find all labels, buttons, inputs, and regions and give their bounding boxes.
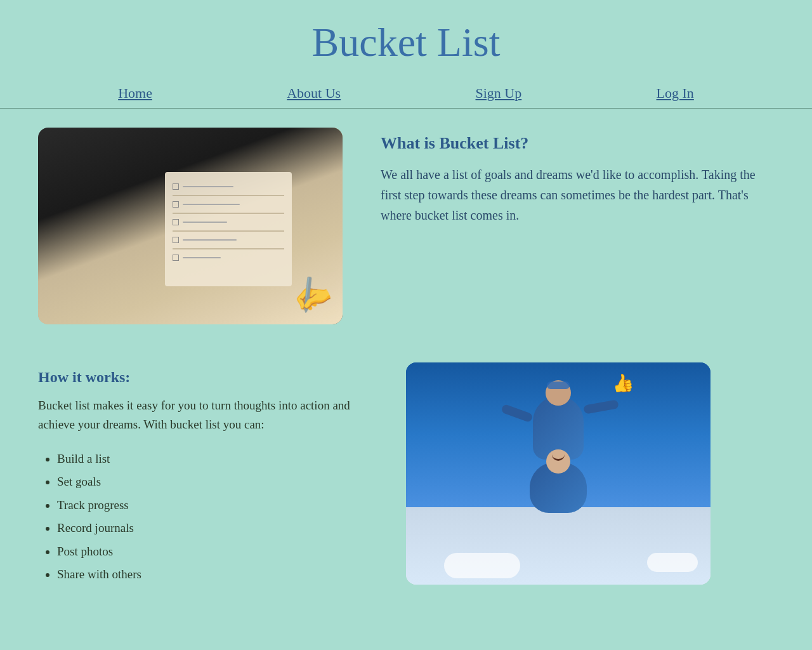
feature-build-list: Build a list	[57, 450, 368, 468]
skydiver-front-head	[546, 449, 570, 474]
sky-ground	[406, 507, 710, 585]
main-nav: Home About Us Sign Up Log In	[0, 79, 812, 109]
how-it-works-section: How it works: Bucket list makes it easy …	[38, 362, 368, 589]
top-section: ✍️ What is Bucket List? We all have a li…	[38, 128, 774, 324]
skydivers-group: 👍	[530, 396, 587, 513]
skydiving-image: 👍	[406, 362, 710, 585]
what-is-heading: What is Bucket List?	[381, 134, 774, 153]
smile-icon	[552, 454, 565, 461]
bottom-section: How it works: Bucket list makes it easy …	[38, 362, 774, 589]
how-it-works-heading: How it works:	[38, 369, 368, 386]
skydiving-image-container: 👍	[406, 362, 774, 585]
nav-about[interactable]: About Us	[287, 85, 341, 102]
feature-post-photos: Post photos	[57, 543, 368, 561]
notebook-image-container: ✍️	[38, 128, 343, 324]
skydiver-back-head	[546, 380, 571, 406]
hand-pen-icon: ✍️	[285, 269, 336, 319]
thumbs-up-icon: 👍	[610, 371, 635, 395]
feature-list: Build a list Set goals Track progress Re…	[38, 450, 368, 584]
skydiver-goggles	[547, 381, 570, 389]
feature-record-journals: Record journals	[57, 519, 368, 538]
how-it-works-intro: Bucket list makes it easy for you to tur…	[38, 396, 368, 435]
cloud-1	[444, 553, 520, 578]
feature-set-goals: Set goals	[57, 473, 368, 491]
nav-login[interactable]: Log In	[657, 85, 694, 102]
notebook-overlay	[165, 172, 292, 286]
nav-home[interactable]: Home	[118, 85, 152, 102]
what-is-section: What is Bucket List? We all have a list …	[381, 128, 774, 225]
feature-track-progress: Track progress	[57, 496, 368, 515]
feature-share-others: Share with others	[57, 566, 368, 584]
cloud-2	[647, 553, 698, 572]
what-is-description: We all have a list of goals and dreams w…	[381, 164, 774, 225]
notebook-image: ✍️	[38, 128, 343, 324]
site-title: Bucket List	[0, 0, 812, 79]
skydiver-front	[530, 462, 587, 513]
notebook-visual: ✍️	[38, 128, 343, 324]
nav-signup[interactable]: Sign Up	[476, 85, 522, 102]
main-content: ✍️ What is Bucket List? We all have a li…	[0, 128, 812, 589]
